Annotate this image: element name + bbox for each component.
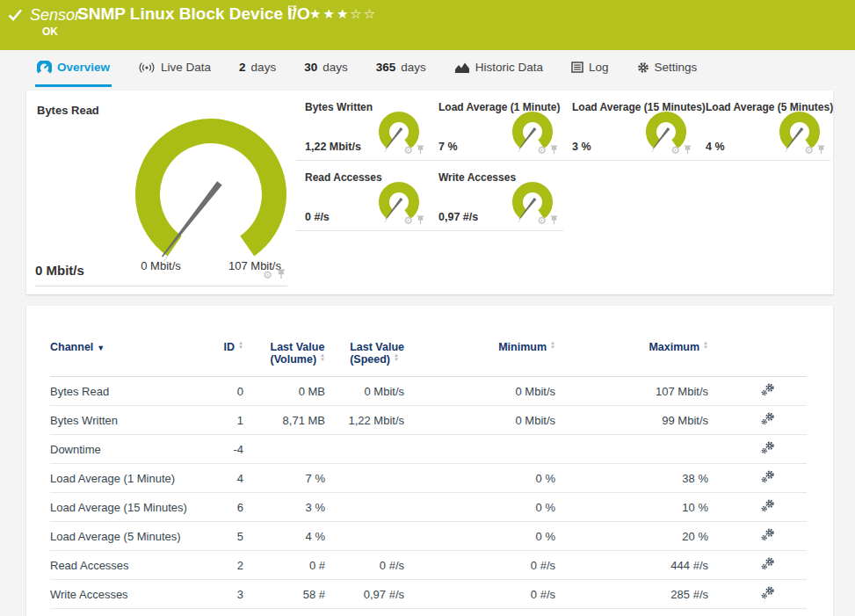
prtg-sensor-page: Sensor SNMP Linux Block Device I/O ★★★☆☆… xyxy=(0,0,855,616)
last-value-volume: 7 % xyxy=(243,464,325,493)
pin-icon[interactable] xyxy=(550,213,558,228)
gauge-settings-gear-icon[interactable]: ⚙ xyxy=(403,216,413,225)
priority-flag-icon[interactable] xyxy=(287,5,297,18)
minimum-value: 0 Mbit/s xyxy=(404,377,555,406)
mini-gauge-value: 1,22 Mbit/s xyxy=(305,141,361,153)
table-header-row: Channel▼ ID▲▼ Last Value (Volume)▲▼ Last… xyxy=(50,341,807,377)
tab-label: Live Data xyxy=(161,61,211,74)
last-value-speed: 0 #/s xyxy=(325,551,404,580)
tab-number: 365 xyxy=(376,61,396,74)
mini-gauge-write-accesses[interactable]: Write Accesses 0,97 #/s ⚙ xyxy=(430,161,563,231)
tab-label: Overview xyxy=(57,61,110,74)
column-header-edit xyxy=(708,341,807,377)
tab-overview[interactable]: Overview xyxy=(35,50,112,87)
mini-gauge-read-accesses[interactable]: Read Accesses 0 #/s ⚙ xyxy=(296,161,430,231)
tab-log[interactable]: Log xyxy=(569,50,611,87)
broadcast-icon xyxy=(138,62,156,74)
column-label: Maximum xyxy=(648,341,699,353)
tab-2-days[interactable]: 2 days xyxy=(237,50,278,87)
column-header-id[interactable]: ID▲▼ xyxy=(195,341,243,377)
edit-channel-gears-icon[interactable] xyxy=(761,499,775,515)
edit-channel-gears-icon[interactable] xyxy=(761,470,775,486)
gauge-settings-gear-icon[interactable]: ⚙ xyxy=(537,216,547,225)
tab-historic-data[interactable]: Historic Data xyxy=(453,50,545,87)
last-value-volume: 3 % xyxy=(243,493,325,522)
table-row: Read Accesses 2 0 # 0 #/s 0 #/s 444 #/s xyxy=(50,551,807,580)
log-icon xyxy=(571,62,583,73)
mini-gauge-load-average-1-minute[interactable]: Load Average (1 Minute) 7 % ⚙ xyxy=(430,91,563,161)
priority-stars[interactable]: ★★★☆☆ xyxy=(309,6,377,22)
sort-icon: ▲▼ xyxy=(320,353,325,362)
sort-icon: ▲▼ xyxy=(550,341,555,350)
edit-channel-gears-icon[interactable] xyxy=(761,586,775,602)
last-value-volume: 58 # xyxy=(243,580,325,609)
last-value-speed xyxy=(325,493,404,522)
mini-gauge-load-average-15-minutes[interactable]: Load Average (15 Minutes) 3 % ⚙ xyxy=(563,91,697,161)
primary-gauge-panel: Bytes Read x̄ 0 Mbit/s 107 Mbit/s 0 Mbit… xyxy=(26,91,296,294)
gauge-settings-gear-icon[interactable]: ⚙ xyxy=(537,146,547,155)
channels-table: Channel▼ ID▲▼ Last Value (Volume)▲▼ Last… xyxy=(50,341,807,609)
gauge-min-label: 0 Mbit/s xyxy=(119,259,203,272)
tab-label: days xyxy=(401,61,426,74)
sort-icon: ▲▼ xyxy=(703,341,708,350)
last-value-speed: 0 Mbit/s xyxy=(325,377,404,406)
tab-label: Log xyxy=(589,61,609,74)
gauge-settings-gear-icon[interactable]: ⚙ xyxy=(804,146,814,155)
edit-channel-gears-icon[interactable] xyxy=(761,528,775,544)
pin-icon[interactable] xyxy=(817,142,825,158)
column-label: ID xyxy=(224,341,235,353)
tab-live-data[interactable]: Live Data xyxy=(136,50,213,87)
edit-channel-gears-icon[interactable] xyxy=(761,441,775,457)
pin-icon[interactable] xyxy=(417,213,424,228)
gauge-settings-gear-icon[interactable]: ⚙ xyxy=(403,146,413,155)
mini-gauge-bytes-written[interactable]: Bytes Written 1,22 Mbit/s ⚙ xyxy=(296,91,430,161)
table-row: Load Average (1 Minute) 4 7 % 0 % 38 % xyxy=(50,464,807,493)
pin-icon[interactable] xyxy=(550,142,558,158)
maximum-value: 10 % xyxy=(555,493,708,522)
mini-gauge-load-average-5-minutes[interactable]: Load Average (5 Minutes) 4 % ⚙ xyxy=(697,91,830,161)
table-row: Bytes Written 1 8,71 MB 1,22 Mbit/s 0 Mb… xyxy=(50,406,807,435)
tab-settings[interactable]: Settings xyxy=(635,50,699,87)
edit-channel-gears-icon[interactable] xyxy=(761,412,775,428)
pin-icon[interactable] xyxy=(684,142,692,158)
channel-name: Load Average (1 Minute) xyxy=(50,464,195,493)
tab-365-days[interactable]: 365 days xyxy=(374,50,428,87)
channel-name: Downtime xyxy=(50,435,195,464)
channel-id: -4 xyxy=(195,435,243,464)
column-label: Last Value xyxy=(271,341,325,353)
table-row: Downtime -4 xyxy=(50,435,807,464)
sensor-kind-label: Sensor xyxy=(30,6,80,25)
primary-gauge-title: Bytes Read xyxy=(37,104,99,117)
gauge-settings-gear-icon[interactable]: ⚙ xyxy=(670,146,680,155)
status-ok-check-icon xyxy=(8,8,23,25)
tab-30-days[interactable]: 30 days xyxy=(302,50,350,87)
edit-channel-gears-icon[interactable] xyxy=(761,557,775,573)
maximum-value: 20 % xyxy=(555,522,708,551)
column-label: Channel xyxy=(50,341,93,353)
edit-channel-gears-icon[interactable] xyxy=(761,383,775,399)
column-header-last-value-volume[interactable]: Last Value (Volume)▲▼ xyxy=(243,341,325,377)
column-header-channel[interactable]: Channel▼ xyxy=(50,341,195,377)
column-header-maximum[interactable]: Maximum▲▼ xyxy=(555,341,708,377)
gauge-max-label: 107 Mbit/s xyxy=(211,259,299,272)
mini-gauge-value: 7 % xyxy=(438,141,458,153)
pin-icon[interactable] xyxy=(277,267,286,283)
last-value-volume xyxy=(243,435,325,464)
column-header-last-value-speed[interactable]: Last Value (Speed)▲▼ xyxy=(325,341,404,377)
pin-icon[interactable] xyxy=(417,142,424,158)
sort-descending-icon: ▼ xyxy=(97,344,105,352)
column-label: Minimum xyxy=(498,341,547,353)
minimum-value: 0 #/s xyxy=(404,580,555,609)
minimum-value: 0 % xyxy=(404,464,555,493)
minimum-value: 0 Mbit/s xyxy=(404,406,555,435)
tab-label: Settings xyxy=(655,61,698,74)
mini-gauge-title: Write Accesses xyxy=(438,171,516,184)
gauge-icon xyxy=(37,61,52,74)
last-value-volume: 4 % xyxy=(243,522,325,551)
column-header-minimum[interactable]: Minimum▲▼ xyxy=(404,341,555,377)
channel-name: Write Accesses xyxy=(50,580,195,609)
minimum-value xyxy=(404,435,555,464)
maximum-value: 444 #/s xyxy=(555,551,708,580)
gauge-settings-gear-icon[interactable]: ⚙ xyxy=(263,271,272,279)
table-row: Load Average (5 Minutes) 5 4 % 0 % 20 % xyxy=(50,522,807,551)
